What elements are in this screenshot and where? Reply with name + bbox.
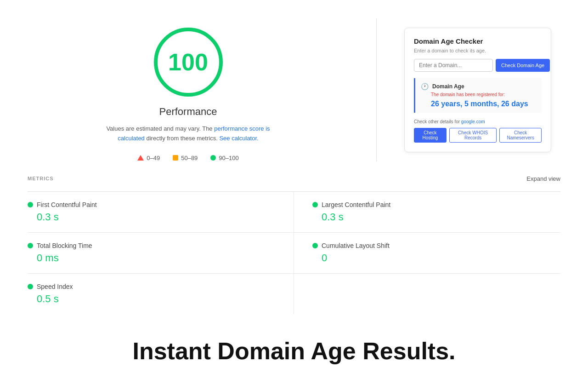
metric-header-fcp: First Contentful Paint bbox=[28, 201, 275, 208]
cta-section: Instant Domain Age Results. Click. Done. bbox=[0, 314, 588, 368]
expand-view-button[interactable]: Expand view bbox=[526, 175, 560, 182]
metric-dot-si bbox=[28, 284, 33, 289]
metric-item-lcp: Largest Contentful Paint 0.3 s bbox=[294, 192, 560, 233]
legend: 0–49 50–89 90–100 bbox=[137, 155, 238, 161]
metric-dot-fcp bbox=[28, 202, 33, 207]
metric-name-cls: Cumulative Layout Shift bbox=[322, 242, 390, 249]
metric-item-si: Speed Index 0.5 s bbox=[28, 274, 294, 314]
check-other-prefix: Check other details for bbox=[414, 119, 461, 124]
metrics-header: METRICS Expand view bbox=[28, 175, 560, 182]
performance-label: Performance bbox=[159, 106, 217, 118]
domain-checker-subtitle: Enter a domain to check its age. bbox=[414, 48, 542, 53]
domain-input-row: Check Domain Age bbox=[414, 59, 542, 72]
result-box-header: 🕐 Domain Age bbox=[421, 83, 536, 90]
legend-label-good: 90–100 bbox=[219, 155, 238, 161]
vertical-divider bbox=[376, 18, 377, 161]
circle-icon bbox=[210, 155, 216, 161]
score-number: 100 bbox=[168, 48, 208, 76]
metric-header-lcp: Largest Contentful Paint bbox=[312, 201, 560, 208]
metric-value-tbt: 0 ms bbox=[28, 252, 275, 264]
metric-dot-tbt bbox=[28, 243, 33, 248]
metric-name-si: Speed Index bbox=[37, 283, 73, 290]
check-other: Check other details for google.com bbox=[414, 119, 542, 124]
legend-item-bad: 0–49 bbox=[137, 155, 160, 161]
cta-title: Instant Domain Age Results. bbox=[28, 337, 560, 365]
description-middle: directly from these metrics. bbox=[145, 135, 220, 142]
performance-section: 100 Performance Values are estimated and… bbox=[28, 18, 349, 161]
metric-value-si: 0.5 s bbox=[28, 293, 275, 305]
result-box-registered: The domain has been registered for: bbox=[421, 92, 536, 97]
check-whois-button[interactable]: Check WHOIS Records bbox=[449, 128, 497, 143]
legend-label-medium: 50–89 bbox=[181, 155, 198, 161]
metric-value-fcp: 0.3 s bbox=[28, 211, 275, 223]
clock-icon: 🕐 bbox=[421, 83, 429, 90]
action-buttons: Check Hosting Check WHOIS Records Check … bbox=[414, 128, 542, 143]
metric-header-tbt: Total Blocking Time bbox=[28, 242, 275, 249]
description-prefix: Values are estimated and may vary. The bbox=[106, 125, 214, 132]
result-box-label: Domain Age bbox=[432, 83, 464, 90]
metric-name-tbt: Total Blocking Time bbox=[37, 242, 92, 249]
metrics-title: METRICS bbox=[28, 176, 54, 181]
metric-item-empty bbox=[294, 274, 560, 314]
metric-dot-cls bbox=[312, 243, 318, 248]
legend-item-medium: 50–89 bbox=[173, 155, 198, 161]
domain-checker-section: Domain Age Checker Enter a domain to che… bbox=[404, 18, 560, 152]
metric-value-cls: 0 bbox=[312, 252, 560, 264]
check-other-domain-link[interactable]: google.com bbox=[461, 119, 485, 124]
metric-header-cls: Cumulative Layout Shift bbox=[312, 242, 560, 249]
metric-item-tbt: Total Blocking Time 0 ms bbox=[28, 233, 294, 274]
check-nameservers-button[interactable]: Check Nameservers bbox=[499, 128, 542, 143]
metric-header-si: Speed Index bbox=[28, 283, 275, 290]
metrics-grid: First Contentful Paint 0.3 s Largest Con… bbox=[28, 192, 560, 314]
square-icon bbox=[173, 155, 178, 161]
metric-name-fcp: First Contentful Paint bbox=[37, 201, 97, 208]
result-box: 🕐 Domain Age The domain has been registe… bbox=[414, 78, 542, 113]
metric-item-cls: Cumulative Layout Shift 0 bbox=[294, 233, 560, 274]
metric-dot-lcp bbox=[312, 202, 318, 207]
legend-item-good: 90–100 bbox=[210, 155, 238, 161]
calculator-link[interactable]: See calculator. bbox=[219, 135, 258, 142]
metrics-section: METRICS Expand view First Contentful Pai… bbox=[0, 161, 588, 314]
score-circle: 100 bbox=[154, 28, 223, 97]
domain-input[interactable] bbox=[414, 59, 493, 72]
metric-value-lcp: 0.3 s bbox=[312, 211, 560, 223]
metric-name-lcp: Largest Contentful Paint bbox=[322, 201, 390, 208]
domain-checker-card: Domain Age Checker Enter a domain to che… bbox=[404, 28, 551, 152]
triangle-icon bbox=[137, 155, 144, 161]
check-hosting-button[interactable]: Check Hosting bbox=[414, 128, 447, 143]
check-domain-button[interactable]: Check Domain Age bbox=[496, 59, 550, 72]
performance-description: Values are estimated and may vary. The p… bbox=[101, 124, 276, 144]
result-box-value: 26 years, 5 months, 26 days bbox=[421, 100, 536, 108]
legend-label-bad: 0–49 bbox=[147, 155, 160, 161]
metric-item-fcp: First Contentful Paint 0.3 s bbox=[28, 192, 294, 233]
domain-checker-title: Domain Age Checker bbox=[414, 37, 542, 45]
